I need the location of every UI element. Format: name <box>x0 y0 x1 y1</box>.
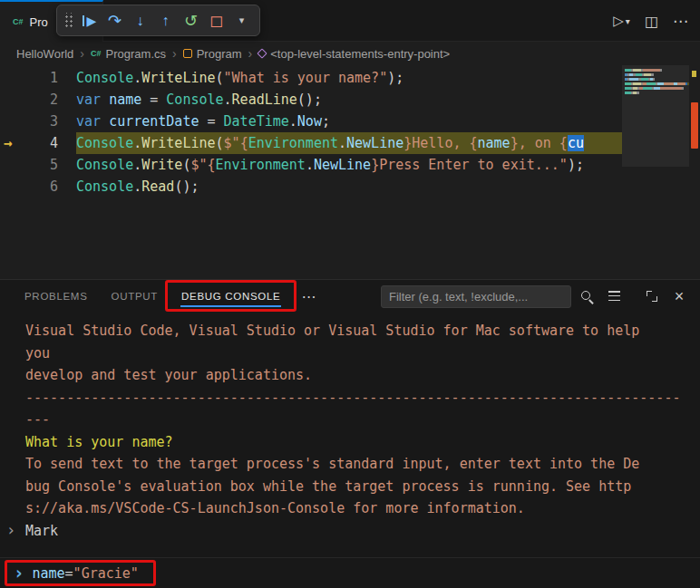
chevron-down-icon: ▾ <box>626 16 630 26</box>
breadcrumb-separator-icon: › <box>80 46 84 61</box>
code-line[interactable]: 3var currentDate = DateTime.Now; <box>0 111 622 132</box>
collapse-all-button[interactable] <box>602 284 626 308</box>
line-number: 6 <box>27 176 58 198</box>
tab-label: DEBUG CONSOLE <box>181 291 280 302</box>
minimap-line <box>625 69 689 72</box>
code-line[interactable]: 1Console.WriteLine("What is your name?")… <box>0 67 622 89</box>
console-text: What is your name? <box>25 434 173 450</box>
code-text: Console.WriteLine($"{Environment.NewLine… <box>76 132 622 154</box>
step-over-button[interactable]: ↷ <box>103 9 126 33</box>
drag-handle[interactable] <box>63 13 73 29</box>
tab-problems[interactable]: PROBLEMS <box>13 280 100 313</box>
maximize-panel-button[interactable] <box>640 284 664 308</box>
breadcrumb-item[interactable]: <top-level-statements-entry-point> <box>258 47 450 61</box>
breadcrumb-item[interactable]: C#Program.cs <box>91 47 166 61</box>
gutter-glyph-margin <box>0 89 27 111</box>
line-number: 4 <box>27 132 58 154</box>
restart-button[interactable]: ↺ <box>180 9 202 33</box>
code-text: Console.Read(); <box>76 176 622 198</box>
stop-button[interactable]: ◻ <box>205 9 228 33</box>
minimap-line <box>625 82 689 85</box>
find-button[interactable] <box>575 284 598 308</box>
overview-ruler-mark <box>692 71 696 77</box>
gutter-glyph-margin <box>0 154 27 176</box>
debug-console-output: Visual Studio Code, Visual Studio or Vis… <box>0 313 700 557</box>
code-line[interactable]: 2var name = Console.ReadLine(); <box>0 89 622 111</box>
tab-output[interactable]: OUTPUT <box>100 280 170 313</box>
debug-console-input-row: › name="Gracie" <box>0 557 700 588</box>
gutter-glyph-margin: → <box>0 132 27 154</box>
gutter-glyph-margin <box>0 67 27 89</box>
debug-console-input[interactable]: › name="Gracie" <box>5 560 156 586</box>
csharp-file-icon: C# <box>91 50 102 58</box>
console-text: Visual Studio Code, Visual Studio or Vis… <box>25 323 639 339</box>
collapse-all-icon <box>608 291 620 302</box>
breadcrumb-label: Program.cs <box>106 47 166 61</box>
step-into-button[interactable]: ↓ <box>129 9 151 33</box>
console-row: bug Console's evaluation box while the t… <box>25 476 700 498</box>
tab-label: OUTPUT <box>112 291 158 302</box>
debug-console-input-text: name="Gracie" <box>32 564 138 583</box>
console-text: Mark <box>25 523 58 539</box>
csharp-file-icon: C# <box>13 18 24 26</box>
console-text: you <box>25 345 50 361</box>
breadcrumb-label: HelloWorld <box>16 47 73 61</box>
tab-debug-console[interactable]: DEBUG CONSOLE <box>170 280 292 313</box>
code-text: Console.WriteLine("What is your name?"); <box>76 67 622 89</box>
breadcrumb-separator-icon: › <box>172 46 177 61</box>
step-out-button[interactable]: ↑ <box>154 9 177 33</box>
more-actions-button[interactable]: ⋯ <box>673 12 689 31</box>
minimap[interactable] <box>622 65 689 279</box>
expand-chevron-icon[interactable]: › <box>6 519 15 542</box>
minimap-line <box>625 87 689 90</box>
console-row: you <box>25 342 700 365</box>
console-row: --- <box>25 409 700 431</box>
code-line[interactable]: 5Console.Write($"{Environment.NewLine}Pr… <box>0 154 622 176</box>
gutter-glyph-margin <box>0 176 27 198</box>
continue-button[interactable]: ▶ <box>78 9 101 33</box>
overview-ruler <box>689 65 700 279</box>
debug-filter-input[interactable] <box>381 285 571 308</box>
breadcrumb-item[interactable]: Program <box>183 47 242 61</box>
maximize-panel-icon <box>647 291 657 302</box>
console-row: ›Mark <box>25 520 700 543</box>
play-icon: ▷ <box>613 13 624 29</box>
minimap-line <box>625 92 689 94</box>
class-icon <box>183 49 192 58</box>
bottom-panel: PROBLEMSOUTPUTDEBUG CONSOLE ⋯ × Visual S… <box>0 279 700 588</box>
close-panel-button[interactable]: × <box>667 284 691 308</box>
line-number: 5 <box>27 154 58 176</box>
breadcrumb-label: <top-level-statements-entry-point> <box>270 47 450 61</box>
console-row: To send text to the target process's sta… <box>25 453 700 476</box>
minimap-line <box>625 73 689 76</box>
run-or-debug-button[interactable]: ▷▾ <box>613 13 630 29</box>
console-row: s://aka.ms/VSCode-CS-LaunchJson-Console … <box>25 497 700 520</box>
console-row: ----------------------------------------… <box>25 387 700 410</box>
debug-toolbar-more-button[interactable]: ▾ <box>230 9 253 33</box>
console-text: s://aka.ms/VSCode-CS-LaunchJson-Console … <box>25 500 525 516</box>
line-number: 2 <box>27 89 58 111</box>
console-text: --- <box>25 411 50 428</box>
code-line[interactable]: →4Console.WriteLine($"{Environment.NewLi… <box>0 132 622 154</box>
gutter-glyph-margin <box>0 111 27 132</box>
panel-tabs: PROBLEMSOUTPUTDEBUG CONSOLE <box>13 280 292 313</box>
panel-overflow-button[interactable]: ⋯ <box>301 288 316 305</box>
code-line[interactable]: 6Console.Read(); <box>0 176 622 198</box>
console-row: Visual Studio Code, Visual Studio or Vis… <box>25 320 700 342</box>
debug-toolbar: ▶↷↓↑↺◻▾ <box>56 5 260 36</box>
method-icon <box>258 48 267 58</box>
breadcrumb-item[interactable]: HelloWorld <box>16 47 73 61</box>
console-text: To send text to the target process's sta… <box>25 456 639 472</box>
breadcrumb-separator-icon: › <box>248 46 253 61</box>
console-row: What is your name? <box>25 431 700 454</box>
code-editor: 1Console.WriteLine("What is your name?")… <box>0 65 700 279</box>
panel-header: PROBLEMSOUTPUTDEBUG CONSOLE ⋯ × <box>0 280 700 313</box>
titlebar-actions: ▷▾ ◫ ⋯ <box>613 0 689 42</box>
console-row: develop and test your applications. <box>25 364 700 387</box>
console-text: bug Console's evaluation box while the t… <box>25 478 631 495</box>
split-editor-button[interactable]: ◫ <box>645 13 658 30</box>
line-number: 3 <box>27 111 58 132</box>
breadcrumb-label: Program <box>197 47 242 61</box>
close-icon: × <box>675 288 685 304</box>
tab-label: PROBLEMS <box>24 291 88 302</box>
